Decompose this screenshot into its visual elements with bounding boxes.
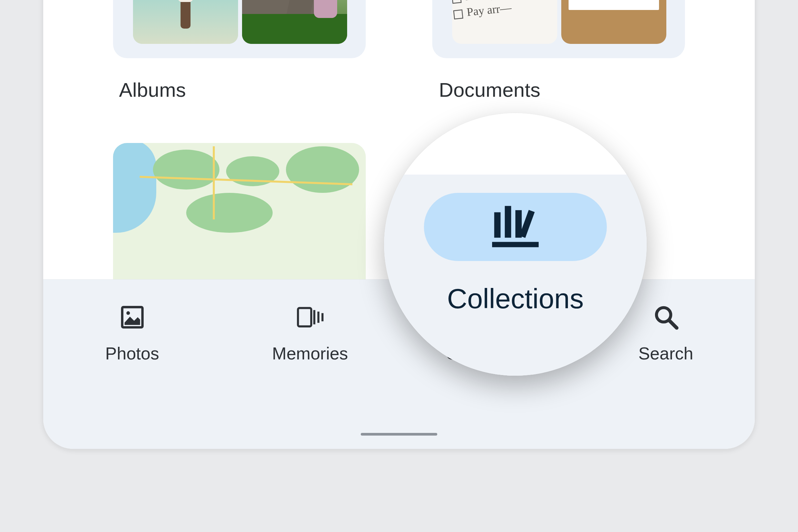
- album-thumb-beach: [133, 0, 238, 44]
- svg-point-1: [126, 311, 130, 315]
- magnifier-label: Collections: [384, 283, 647, 315]
- tile-label-documents: Documents: [439, 78, 540, 101]
- collections-pill[interactable]: [424, 193, 607, 261]
- memories-icon: [296, 303, 324, 331]
- magnifier-collections: Collections: [384, 113, 647, 376]
- svg-rect-17: [492, 242, 539, 247]
- tile-places[interactable]: [113, 143, 366, 296]
- svg-rect-4: [317, 311, 319, 323]
- svg-rect-3: [313, 310, 315, 324]
- svg-rect-14: [505, 206, 511, 238]
- photos-icon: [118, 303, 147, 331]
- home-indicator: [361, 433, 437, 436]
- tile-albums[interactable]: [113, 0, 366, 58]
- phone-frame: Albums Print t— Exchange m— Email itiner…: [43, 0, 755, 449]
- search-icon: [652, 303, 680, 331]
- nav-memories[interactable]: Memories: [221, 280, 399, 449]
- collections-icon: [487, 204, 544, 250]
- svg-line-12: [669, 320, 676, 328]
- tile-documents[interactable]: Print t— Exchange m— Email itinerary Pic…: [432, 0, 685, 58]
- document-thumb-checklist: Print t— Exchange m— Email itinerary Pic…: [452, 0, 557, 44]
- document-thumb-parcel: NHH·9633 8262 12: [561, 0, 666, 44]
- tile-label-albums: Albums: [119, 78, 186, 101]
- nav-label: Photos: [106, 343, 159, 363]
- svg-rect-13: [494, 212, 500, 238]
- nav-label: Search: [639, 343, 693, 363]
- nav-label: Memories: [272, 343, 348, 363]
- album-thumb-elephant: [242, 0, 347, 44]
- svg-rect-5: [321, 313, 323, 322]
- svg-rect-2: [298, 308, 311, 326]
- nav-photos[interactable]: Photos: [43, 280, 221, 449]
